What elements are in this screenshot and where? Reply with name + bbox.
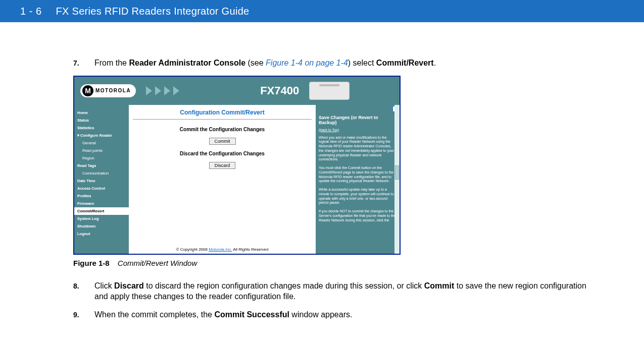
page-content: 7. From the Reader Administrator Console… bbox=[0, 22, 644, 342]
help-para: When you add or make modifications to th… bbox=[319, 136, 397, 162]
figure-caption: Figure 1-8 Commit/Revert Window bbox=[73, 259, 588, 267]
screenshot-root: M MOTOROLA FX7400 Home Status Statistics bbox=[74, 77, 400, 254]
step-number: 7. bbox=[73, 58, 94, 69]
step-number: 8. bbox=[73, 280, 94, 302]
back-to-top-link[interactable]: (back to Top) bbox=[319, 128, 397, 132]
step-text: When the commit completes, the Commit Su… bbox=[94, 309, 588, 320]
nav-general[interactable]: General bbox=[74, 139, 129, 147]
model-label: FX7400 bbox=[260, 84, 299, 97]
step-8: 8. Click Discard to discard the region c… bbox=[73, 280, 588, 302]
nav-region[interactable]: Region bbox=[74, 154, 129, 162]
chevron-right-icon bbox=[146, 86, 152, 95]
text: ) select bbox=[348, 59, 376, 67]
text: to discard the region configuration chan… bbox=[144, 281, 424, 290]
bold-text: Reader Administrator Console bbox=[129, 59, 245, 67]
sidebar-nav: Home Status Statistics ▾ Configure Reade… bbox=[74, 105, 129, 254]
device-image bbox=[309, 82, 350, 100]
chevron-right-icon bbox=[155, 86, 161, 95]
page-header: 1 - 6 FX Series RFID Readers Integrator … bbox=[0, 0, 644, 22]
figure-title: Commit/Revert Window bbox=[118, 259, 197, 267]
help-title: Save Changes (or Revert to Backup) bbox=[319, 115, 397, 125]
bold-text: Commit Successful bbox=[214, 310, 289, 319]
figure-label: Figure 1-8 bbox=[73, 259, 110, 267]
screenshot-body: Home Status Statistics ▾ Configure Reade… bbox=[74, 105, 400, 254]
step-7: 7. From the Reader Administrator Console… bbox=[73, 58, 588, 69]
chevron-right-icon bbox=[164, 86, 170, 95]
copyright-footer: © Copyright 2008 Motorola Inc. All Right… bbox=[129, 247, 316, 252]
help-para: If you decide NOT to commit the changes … bbox=[319, 209, 397, 222]
nav-system-log[interactable]: System Log bbox=[74, 215, 129, 222]
step-number: 9. bbox=[73, 309, 94, 320]
nav-communication[interactable]: Communication bbox=[74, 169, 129, 177]
text: © Copyright 2008 bbox=[176, 247, 209, 252]
text: window appears. bbox=[289, 310, 353, 319]
nav-commit-revert[interactable]: Commit/Revert bbox=[74, 207, 129, 215]
nav-access-control[interactable]: Access Control bbox=[74, 185, 129, 192]
motorola-link[interactable]: Motorola Inc. bbox=[209, 247, 232, 252]
discard-button[interactable]: Discard bbox=[209, 162, 236, 169]
nav-status[interactable]: Status bbox=[74, 117, 129, 124]
step-text: Click Discard to discard the region conf… bbox=[94, 280, 588, 302]
doc-title: FX Series RFID Readers Integrator Guide bbox=[56, 6, 250, 17]
text: (see bbox=[245, 59, 266, 67]
text: Click bbox=[94, 281, 114, 290]
help-para: While a successful update may take up to… bbox=[319, 188, 397, 205]
motorola-icon: M bbox=[82, 85, 93, 96]
scrollbar-thumb[interactable] bbox=[395, 165, 399, 180]
step-9: 9. When the commit completes, the Commit… bbox=[73, 309, 588, 320]
discard-heading: Discard the Configuration Changes bbox=[133, 151, 312, 156]
nav-profiles[interactable]: Profiles bbox=[74, 192, 129, 200]
figure-screenshot: M MOTOROLA FX7400 Home Status Statistics bbox=[73, 76, 401, 255]
scrollbar[interactable] bbox=[394, 105, 400, 254]
cross-ref-link[interactable]: Figure 1-4 on page 1-4 bbox=[266, 59, 348, 67]
bold-text: Commit/Revert bbox=[376, 59, 434, 67]
text: From the bbox=[94, 59, 129, 67]
chevron-right-icon bbox=[173, 86, 179, 95]
page-number: 1 - 6 bbox=[20, 6, 42, 17]
step-text: From the Reader Administrator Console (s… bbox=[94, 58, 588, 69]
nav-configure-reader[interactable]: ▾ Configure Reader bbox=[74, 132, 129, 139]
bold-text: Commit bbox=[424, 281, 455, 290]
panel-title: Configuration Commit/Revert bbox=[133, 109, 312, 120]
nav-readpoints[interactable]: Read points bbox=[74, 147, 129, 154]
nav-logout[interactable]: Logout bbox=[74, 230, 129, 238]
logo: M MOTOROLA bbox=[80, 84, 136, 97]
nav-statistics[interactable]: Statistics bbox=[74, 124, 129, 132]
nav-firmware[interactable]: Firmware bbox=[74, 200, 129, 207]
help-para: You must click the Commit button on the … bbox=[319, 166, 397, 184]
logo-text: MOTOROLA bbox=[95, 88, 131, 93]
nav-datetime[interactable]: Date Time bbox=[74, 177, 129, 185]
nav-shutdown[interactable]: Shutdown bbox=[74, 222, 129, 230]
text: . bbox=[434, 59, 436, 67]
main-panel: Configuration Commit/Revert Commit the C… bbox=[129, 105, 316, 254]
text: When the commit completes, the bbox=[94, 310, 214, 319]
commit-button[interactable]: Commit bbox=[209, 138, 236, 145]
commit-heading: Commit the Configuration Changes bbox=[133, 127, 312, 132]
chevron-decor bbox=[146, 86, 179, 95]
help-panel: ? Save Changes (or Revert to Backup) (ba… bbox=[316, 105, 400, 254]
nav-home[interactable]: Home bbox=[74, 109, 129, 117]
text: All Rights Reserved bbox=[232, 247, 268, 252]
nav-read-tags[interactable]: Read Tags bbox=[74, 162, 129, 169]
bold-text: Discard bbox=[114, 281, 144, 290]
banner: M MOTOROLA FX7400 bbox=[74, 77, 400, 105]
